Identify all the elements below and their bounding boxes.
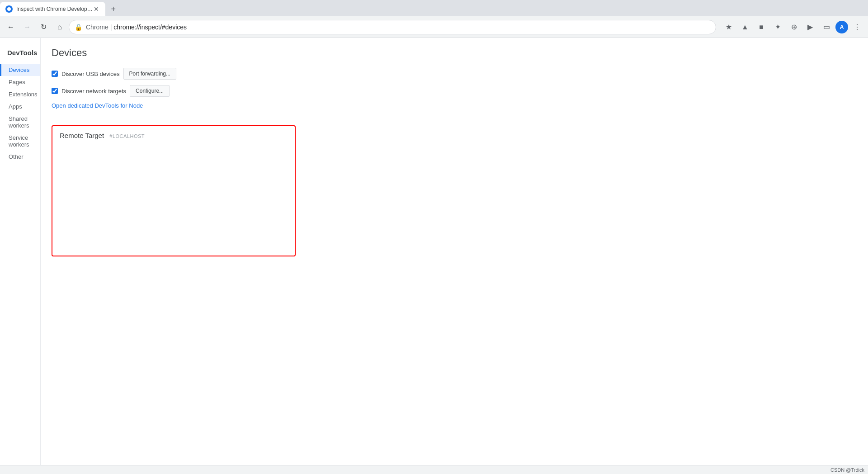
sidebar-item-shared-workers[interactable]: Shared workers [0, 113, 40, 132]
active-tab[interactable]: Inspect with Chrome Develop… ✕ [0, 2, 105, 16]
lock-icon: 🔒 [75, 24, 82, 31]
sidebar-item-pages[interactable]: Pages [0, 76, 40, 88]
remote-target-header: Remote Target #LOCALHOST [60, 132, 288, 139]
extension-button-2[interactable]: ■ [754, 20, 769, 34]
menu-button[interactable]: ⋮ [850, 20, 864, 34]
bookmark-button[interactable]: ★ [722, 20, 736, 34]
browser-frame: Inspect with Chrome Develop… ✕ + ← → ↻ ⌂… [0, 0, 868, 474]
remote-target-host-tag: #LOCALHOST [109, 133, 145, 139]
discover-usb-label: Discover USB devices [52, 71, 120, 77]
page-title: Devices [52, 47, 857, 59]
back-button[interactable]: ← [4, 20, 18, 34]
tab-favicon-icon [5, 5, 13, 13]
sidebar-item-service-workers[interactable]: Service workers [0, 132, 40, 151]
configure-button[interactable]: Configure... [130, 85, 170, 97]
home-button[interactable]: ⌂ [52, 20, 67, 34]
devtools-logo: DevTools [0, 45, 40, 64]
status-bar: CSDN @Trdick [0, 465, 868, 474]
discover-usb-option: Discover USB devices Port forwarding... [52, 68, 857, 80]
extension-button-1[interactable]: ▲ [738, 20, 752, 34]
extension-button-4[interactable]: ⊕ [787, 20, 801, 34]
devtools-sidebar: DevTools Devices Pages Extensions Apps S… [0, 38, 41, 465]
remote-target-container: Remote Target #LOCALHOST [52, 125, 296, 256]
devices-section: Discover USB devices Port forwarding... … [52, 68, 857, 256]
address-protocol: Chrome | [86, 24, 113, 31]
address-bar: ← → ↻ ⌂ 🔒 Chrome | chrome://inspect/#dev… [0, 16, 868, 38]
cast-button[interactable]: ▶ [803, 20, 817, 34]
discover-usb-text: Discover USB devices [61, 71, 120, 77]
discover-network-text: Discover network targets [61, 88, 126, 95]
open-devtools-link[interactable]: Open dedicated DevTools for Node [52, 102, 143, 109]
discover-network-option: Discover network targets Configure... [52, 85, 857, 97]
browser-content: DevTools Devices Pages Extensions Apps S… [0, 38, 868, 465]
page-content: Devices Discover USB devices Port forwar… [41, 38, 868, 465]
discover-network-checkbox[interactable] [52, 88, 58, 94]
new-tab-button[interactable]: + [107, 3, 120, 15]
forward-button[interactable]: → [20, 20, 34, 34]
address-text: Chrome | chrome://inspect/#devices [86, 24, 710, 31]
reload-button[interactable]: ↻ [36, 20, 51, 34]
sidebar-item-devices[interactable]: Devices [0, 64, 40, 76]
remote-target-title: Remote Target [60, 132, 104, 139]
address-url: chrome://inspect/#devices [113, 24, 187, 31]
toolbar-right: ★ ▲ ■ ✦ ⊕ ▶ ▭ A ⋮ [722, 20, 864, 34]
tab-bar: Inspect with Chrome Develop… ✕ + [0, 0, 868, 16]
extension-button-3[interactable]: ✦ [770, 20, 785, 34]
tab-title: Inspect with Chrome Develop… [16, 6, 93, 12]
sidebar-item-other[interactable]: Other [0, 151, 40, 163]
split-tab-button[interactable]: ▭ [819, 20, 834, 34]
discover-network-label: Discover network targets [52, 88, 126, 95]
sidebar-item-apps[interactable]: Apps [0, 100, 40, 113]
sidebar-item-extensions[interactable]: Extensions [0, 88, 40, 100]
profile-button[interactable]: A [835, 21, 848, 33]
status-text: CSDN @Trdick [830, 467, 864, 473]
address-input[interactable]: 🔒 Chrome | chrome://inspect/#devices [69, 20, 716, 34]
discover-usb-checkbox[interactable] [52, 71, 58, 77]
port-forwarding-button[interactable]: Port forwarding... [123, 68, 176, 80]
tab-close-button[interactable]: ✕ [93, 5, 100, 13]
